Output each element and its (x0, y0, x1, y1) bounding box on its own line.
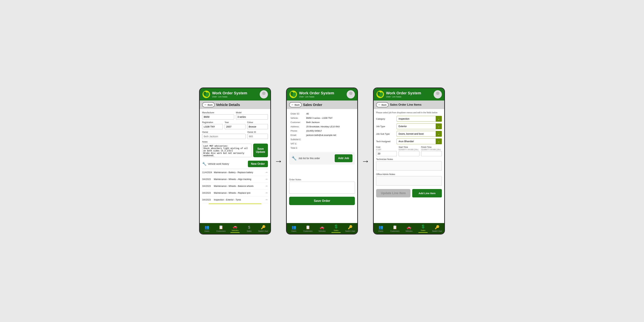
tech-notes-section: Technician Notes (376, 158, 442, 173)
customer-value: Beth Jackson (305, 120, 354, 124)
dropdown-row-techassigned: Tech Assigned Arun Bhandari ⌄ (376, 139, 442, 144)
active-indicator-sales-3 (418, 232, 428, 233)
owner-id-group: Owner ID (247, 131, 268, 139)
jobsubtype-label: Job Sub Type (376, 133, 395, 135)
notes-save-row: Last MOT advisories: Shock absorbers lig… (202, 144, 268, 157)
nav-customers-1[interactable]: 📋 Customers (216, 225, 226, 232)
page-title-2: Sales Order (303, 103, 322, 107)
cost-sublabel: £ GBP (376, 149, 397, 151)
finishtime-input[interactable] (421, 151, 442, 156)
order-notes-input[interactable] (289, 182, 355, 194)
back-button-1[interactable]: ← Back (202, 102, 215, 107)
nav-users-3[interactable]: 👥 Users (376, 225, 386, 232)
manufacturer-input[interactable] (202, 114, 234, 120)
cost-input[interactable] (376, 151, 397, 156)
save-order-button[interactable]: Save Order (289, 197, 355, 205)
nav-switchuser-3[interactable]: 🔑 Switch User (432, 225, 442, 232)
sales-label-3: Sales (421, 229, 426, 231)
history-date-3: 3/4/2023 (202, 185, 212, 187)
work-history-label-group: 🔧 Vehicle work history (202, 162, 229, 166)
order-row-email: Email: jackson.beth@uk.example.net (290, 133, 354, 137)
nav-users-1[interactable]: 👥 Users (202, 225, 212, 232)
history-item-3[interactable]: 3/4/2023 Maintenance - Wheels - Balance … (202, 183, 268, 189)
nav-sales-3[interactable]: 💲 Sales (418, 224, 428, 233)
vehicle-value: BMW 3 series - LG08 TNY (305, 116, 354, 120)
add-job-button[interactable]: Add Job (335, 154, 352, 162)
history-item-2[interactable]: 3/4/2023 Maintenance - Wheels - Align tr… (202, 176, 268, 183)
customers-icon-2: 📋 (306, 225, 310, 230)
jobtype-select[interactable]: Exterior (397, 123, 442, 129)
nav-switchuser-2[interactable]: 🔑 Switch User (345, 225, 356, 232)
address-label: Address: (290, 125, 305, 129)
nav-sales-2[interactable]: 💲 Sales (331, 224, 341, 233)
category-select[interactable]: Inspection (397, 116, 442, 122)
colour-label: Colour (247, 121, 268, 124)
manufacturer-model-row: Manufacturer Model (202, 111, 268, 120)
back-button-2[interactable]: ← Back (289, 102, 302, 107)
notes-textarea[interactable]: Last MOT advisories: Shock absorbers lig… (202, 144, 252, 157)
nav-sales-1[interactable]: $️ Sales (244, 225, 254, 232)
switchuser-icon-1: 🔑 (261, 225, 266, 230)
manufacturer-label: Manufacturer (202, 111, 234, 114)
switchuser-label-3: Switch User (432, 230, 442, 232)
switchuser-label-2: Switch User (345, 230, 355, 232)
svg-point-9 (349, 92, 352, 95)
content-2: Order ID: 46 Vehicle: BMW 3 series - LG0… (287, 109, 357, 223)
owner-input[interactable] (202, 134, 246, 139)
scroll-indicator-1 (209, 203, 261, 204)
order-row-total: Total £: (290, 146, 354, 150)
cost-group: Cost £ GBP (376, 146, 397, 156)
year-input[interactable] (224, 124, 245, 129)
techassigned-label: Tech Assigned (376, 140, 395, 143)
sales-icon-2: 💲 (334, 224, 338, 229)
order-id-value: 46 (305, 112, 354, 116)
finishtime-label: Finish Time (421, 146, 442, 148)
colour-input[interactable] (247, 124, 268, 129)
nav-vehicles-3[interactable]: 🚗 Vehicles (404, 225, 414, 232)
history-item-4[interactable]: 3/4/2023 Maintenance - Wheels - Replace … (202, 189, 268, 196)
users-icon-2: 👥 (292, 225, 296, 230)
techassigned-select[interactable]: Arun Bhandari (397, 139, 442, 144)
history-item-5[interactable]: 3/4/2023 Inspection - Exterior - Tyres → (202, 196, 268, 203)
tech-notes-textarea[interactable] (376, 161, 442, 170)
admin-notes-textarea[interactable] (376, 176, 442, 186)
header-title-1: Work Order System (212, 91, 258, 95)
owner-id-input[interactable] (247, 134, 268, 139)
users-icon-3: 👥 (378, 225, 383, 230)
page-title-1: Vehicle Details (216, 103, 240, 107)
registration-input[interactable] (202, 124, 223, 129)
add-line-item-button[interactable]: Add Line Item (412, 189, 442, 197)
model-input[interactable] (236, 114, 268, 120)
order-notes-section: Order Notes (289, 178, 355, 194)
save-update-button[interactable]: SaveUpdate (253, 144, 268, 157)
history-date-1: 11/4/2024 (202, 171, 212, 174)
history-desc-2: Maintenance - Wheels - Align tracking (212, 178, 265, 180)
bottom-nav-2: 👥 Users 📋 Customers 🚗 Vehicles 💲 Sales 🔑… (287, 223, 357, 234)
cost-label: Cost (376, 146, 397, 148)
total-label: Total £: (290, 146, 305, 150)
nav-customers-3[interactable]: 📋 Customers (390, 225, 400, 232)
back-button-3[interactable]: ← Back (376, 102, 388, 107)
nav-customers-2[interactable]: 📋 Customers (303, 225, 313, 232)
starttime-input[interactable] (398, 151, 419, 156)
customers-label-3: Customers (390, 230, 400, 232)
avatar-2 (347, 90, 355, 98)
nav-switchuser-1[interactable]: 🔑 Switch User (258, 225, 268, 232)
header-title-3: Work Order System (386, 91, 432, 95)
total-value (305, 146, 354, 150)
nav-vehicles-2[interactable]: 🚗 Vehicles (317, 225, 327, 232)
new-order-button[interactable]: New Order (248, 161, 268, 167)
registration-label: Registration (202, 121, 223, 124)
nav-vehicles-1[interactable]: 🚗 Vehicles (230, 224, 240, 233)
switchuser-icon-2: 🔑 (348, 225, 352, 230)
manufacturer-group: Manufacturer (202, 111, 234, 120)
vehicles-icon-2: 🚗 (320, 225, 324, 230)
jobsubtype-select[interactable]: Doors, bonnet and boot (397, 131, 442, 137)
tech-notes-label: Technician Notes (376, 158, 442, 161)
svg-point-3 (260, 95, 267, 98)
app-logo-3 (376, 90, 384, 98)
arrow-2: → (361, 157, 370, 166)
registration-group: Registration (202, 121, 223, 129)
history-item-1[interactable]: 11/4/2024 Maintenance - Battery - Replac… (202, 169, 268, 176)
nav-users-2[interactable]: 👥 Users (288, 225, 299, 232)
